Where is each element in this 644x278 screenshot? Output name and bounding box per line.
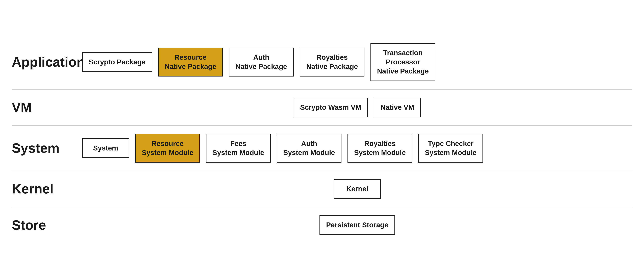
layer-label-kernel: Kernel <box>12 181 82 197</box>
box-auth-native-package: AuthNative Package <box>229 48 294 76</box>
layer-label-vm: VM <box>12 100 82 115</box>
layer-store: StorePersistent Storage <box>12 207 632 243</box>
box-resource-system-module: ResourceSystem Module <box>135 134 200 162</box>
box-scrypto-package: Scrypto Package <box>82 52 152 72</box>
box-royalties-native-package: RoyaltiesNative Package <box>300 48 364 76</box>
box-native-vm: Native VM <box>374 98 421 117</box>
layer-content-vm: Scrypto Wasm VMNative VM <box>82 98 632 117</box>
layer-content-store: Persistent Storage <box>82 215 632 235</box>
layer-label-application: Application <box>12 54 82 70</box>
layer-kernel: KernelKernel <box>12 171 632 207</box>
box-auth-system-module: AuthSystem Module <box>277 134 342 162</box>
box-royalties-system-module: RoyaltiesSystem Module <box>348 134 412 162</box>
layer-application: ApplicationScrypto PackageResourceNative… <box>12 35 632 90</box>
box-resource-native-package: ResourceNative Package <box>158 48 223 76</box>
layer-label-store: Store <box>12 218 82 233</box>
layer-content-system: SystemResourceSystem ModuleFeesSystem Mo… <box>82 134 632 162</box>
box-type-checker-system-module: Type CheckerSystem Module <box>418 134 483 162</box>
box-kernel: Kernel <box>334 179 381 199</box>
box-persistent-storage: Persistent Storage <box>320 215 395 235</box>
layer-label-system: System <box>12 140 82 156</box>
layer-content-kernel: Kernel <box>82 179 632 199</box>
box-scrypto-wasm-vm: Scrypto Wasm VM <box>294 98 368 117</box>
architecture-diagram: ApplicationScrypto PackageResourceNative… <box>12 35 632 243</box>
box-system: System <box>82 138 129 158</box>
box-fees-system-module: FeesSystem Module <box>206 134 271 162</box>
box-transaction-processor-native-package: TransactionProcessorNative Package <box>370 43 435 81</box>
layer-vm: VMScrypto Wasm VMNative VM <box>12 90 632 126</box>
layer-content-application: Scrypto PackageResourceNative PackageAut… <box>82 43 632 81</box>
layer-system: SystemSystemResourceSystem ModuleFeesSys… <box>12 126 632 171</box>
